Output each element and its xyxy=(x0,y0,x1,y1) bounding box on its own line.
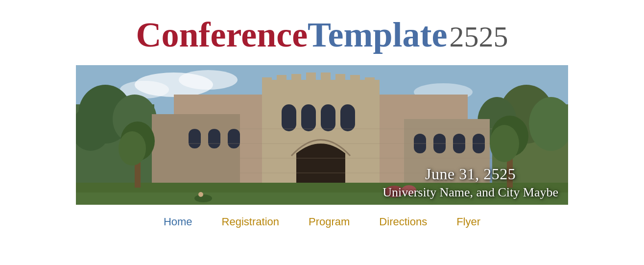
svg-point-59 xyxy=(490,125,519,162)
svg-rect-19 xyxy=(262,77,272,87)
svg-rect-29 xyxy=(321,104,335,131)
svg-rect-28 xyxy=(301,104,316,131)
svg-rect-26 xyxy=(365,77,375,87)
svg-rect-21 xyxy=(291,74,301,87)
svg-rect-27 xyxy=(282,104,296,131)
svg-rect-33 xyxy=(228,129,240,148)
svg-point-3 xyxy=(179,70,238,90)
title-year: 2525 xyxy=(449,21,508,53)
svg-rect-32 xyxy=(208,129,220,148)
nav-home[interactable]: Home xyxy=(164,216,192,228)
svg-rect-25 xyxy=(350,75,360,87)
main-nav: Home Registration Program Directions Fly… xyxy=(0,205,644,236)
hero-image: June 31, 2525 University Name, and City … xyxy=(76,65,568,205)
svg-point-50 xyxy=(194,194,212,202)
event-date: June 31, 2525 xyxy=(382,165,558,183)
hero-text-overlay: June 31, 2525 University Name, and City … xyxy=(382,165,558,200)
svg-rect-31 xyxy=(189,129,201,148)
svg-rect-20 xyxy=(277,75,286,87)
svg-point-56 xyxy=(119,131,146,166)
nav-flyer[interactable]: Flyer xyxy=(456,216,480,228)
nav-directions[interactable]: Directions xyxy=(379,216,427,228)
svg-point-51 xyxy=(198,192,203,197)
svg-rect-23 xyxy=(321,72,331,87)
svg-point-4 xyxy=(120,81,169,98)
event-location: University Name, and City Maybe xyxy=(382,185,558,200)
title-template: Template xyxy=(308,15,447,54)
nav-registration[interactable]: Registration xyxy=(222,216,279,228)
title-conference: Conference xyxy=(136,15,308,54)
site-title: ConferenceTemplate 2525 xyxy=(0,0,644,65)
nav-program[interactable]: Program xyxy=(309,216,350,228)
svg-rect-22 xyxy=(306,72,316,87)
svg-rect-24 xyxy=(335,74,345,87)
svg-rect-30 xyxy=(340,104,355,131)
